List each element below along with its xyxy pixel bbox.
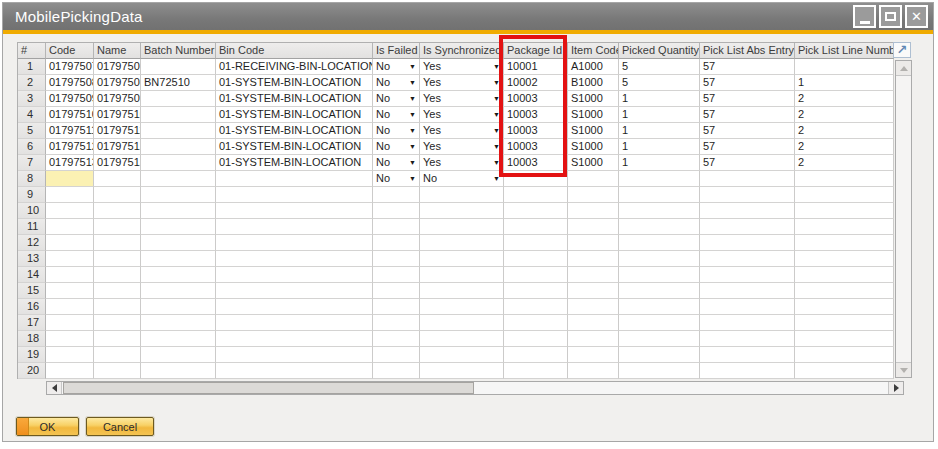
close-button[interactable]: ✕ — [905, 5, 928, 28]
cell-bin-code[interactable] — [216, 187, 373, 203]
cell-name[interactable] — [94, 283, 141, 299]
cell-pick-list-abs-entry[interactable] — [700, 251, 795, 267]
cell-pick-list-line-number[interactable] — [795, 267, 894, 283]
cell-code[interactable] — [46, 235, 94, 251]
cell-name[interactable] — [94, 171, 141, 187]
cell-is-failed[interactable] — [373, 219, 420, 235]
cell-item-code[interactable] — [568, 363, 619, 379]
cell-picked-quantity[interactable] — [619, 315, 700, 331]
dropdown-arrow-icon[interactable]: ▼ — [493, 139, 500, 154]
cell-is-failed[interactable] — [373, 283, 420, 299]
cell-package-id[interactable] — [504, 219, 568, 235]
cell-item-code[interactable] — [568, 267, 619, 283]
minimize-button[interactable] — [853, 5, 876, 28]
cell-is-synchronized[interactable] — [420, 251, 504, 267]
cell-bin-code[interactable] — [216, 219, 373, 235]
cell-package-id[interactable]: 10003 — [504, 123, 568, 139]
row-number[interactable]: 5 — [18, 123, 46, 139]
cell-bin-code[interactable]: 01-SYSTEM-BIN-LOCATION — [216, 91, 373, 107]
cell-picked-quantity[interactable]: 1 — [619, 139, 700, 155]
cell-batch-number[interactable] — [141, 299, 216, 315]
cell-package-id[interactable] — [504, 347, 568, 363]
cell-name[interactable]: 01797508 — [94, 75, 141, 91]
cell-batch-number[interactable] — [141, 315, 216, 331]
cell-pick-list-abs-entry[interactable] — [700, 171, 795, 187]
cell-item-code[interactable] — [568, 283, 619, 299]
active-cell-code[interactable] — [46, 171, 94, 187]
cell-pick-list-line-number[interactable] — [795, 203, 894, 219]
cell-item-code[interactable] — [568, 299, 619, 315]
cell-batch-number[interactable] — [141, 283, 216, 299]
row-number[interactable]: 14 — [18, 267, 46, 283]
column-header-name[interactable]: Name — [94, 43, 141, 59]
scroll-up-button[interactable] — [896, 61, 911, 76]
cell-is-failed[interactable]: No▼ — [373, 59, 420, 75]
cell-package-id[interactable]: 10003 — [504, 107, 568, 123]
cell-package-id[interactable] — [504, 203, 568, 219]
cell-is-failed[interactable]: No▼ — [373, 107, 420, 123]
row-number[interactable]: 13 — [18, 251, 46, 267]
cell-code[interactable]: 01797509 — [46, 91, 94, 107]
cell-pick-list-abs-entry[interactable] — [700, 315, 795, 331]
cell-is-synchronized[interactable] — [420, 299, 504, 315]
cell-is-failed[interactable] — [373, 299, 420, 315]
cell-bin-code[interactable] — [216, 363, 373, 379]
cell-code[interactable] — [46, 219, 94, 235]
cell-package-id[interactable] — [504, 171, 568, 187]
cell-is-synchronized[interactable] — [420, 347, 504, 363]
row-number[interactable]: 11 — [18, 219, 46, 235]
cell-is-failed[interactable]: No▼ — [373, 91, 420, 107]
column-header-col[interactable]: # — [18, 43, 46, 59]
cell-is-synchronized[interactable] — [420, 283, 504, 299]
cell-code[interactable] — [46, 187, 94, 203]
cell-batch-number[interactable] — [141, 123, 216, 139]
cell-bin-code[interactable] — [216, 331, 373, 347]
scroll-right-button[interactable] — [888, 382, 903, 394]
cell-is-failed[interactable] — [373, 363, 420, 379]
cell-picked-quantity[interactable]: 1 — [619, 123, 700, 139]
cell-package-id[interactable]: 10003 — [504, 91, 568, 107]
cell-is-synchronized[interactable]: Yes▼ — [420, 59, 504, 75]
row-number[interactable]: 6 — [18, 139, 46, 155]
cell-bin-code[interactable]: 01-SYSTEM-BIN-LOCATION — [216, 139, 373, 155]
dropdown-arrow-icon[interactable]: ▼ — [409, 171, 416, 186]
cell-pick-list-abs-entry[interactable]: 57 — [700, 123, 795, 139]
column-header-picked-quantity[interactable]: Picked Quantity — [619, 43, 700, 59]
cell-is-failed[interactable] — [373, 347, 420, 363]
titlebar[interactable]: MobilePickingData ✕ — [3, 3, 933, 30]
cell-bin-code[interactable] — [216, 315, 373, 331]
cell-code[interactable] — [46, 315, 94, 331]
cell-batch-number[interactable] — [141, 59, 216, 75]
cell-batch-number[interactable] — [141, 363, 216, 379]
cell-is-synchronized[interactable]: Yes▼ — [420, 107, 504, 123]
dropdown-arrow-icon[interactable]: ▼ — [493, 59, 500, 74]
cell-picked-quantity[interactable]: 5 — [619, 59, 700, 75]
cell-pick-list-abs-entry[interactable] — [700, 331, 795, 347]
cell-is-synchronized[interactable]: Yes▼ — [420, 123, 504, 139]
cell-name[interactable]: 01797513 — [94, 155, 141, 171]
cell-bin-code[interactable]: 01-SYSTEM-BIN-LOCATION — [216, 107, 373, 123]
cell-item-code[interactable] — [568, 235, 619, 251]
cell-item-code[interactable] — [568, 187, 619, 203]
cell-item-code[interactable]: S1000 — [568, 107, 619, 123]
cell-picked-quantity[interactable] — [619, 331, 700, 347]
cell-pick-list-abs-entry[interactable] — [700, 219, 795, 235]
cell-batch-number[interactable] — [141, 347, 216, 363]
cell-picked-quantity[interactable] — [619, 203, 700, 219]
cell-picked-quantity[interactable] — [619, 219, 700, 235]
cell-bin-code[interactable] — [216, 171, 373, 187]
cell-code[interactable]: 01797513 — [46, 155, 94, 171]
cell-pick-list-abs-entry[interactable]: 57 — [700, 91, 795, 107]
cell-batch-number[interactable] — [141, 331, 216, 347]
cell-is-failed[interactable] — [373, 187, 420, 203]
cell-code[interactable]: 01797512 — [46, 139, 94, 155]
cell-pick-list-abs-entry[interactable] — [700, 363, 795, 379]
row-number[interactable]: 10 — [18, 203, 46, 219]
row-number[interactable]: 15 — [18, 283, 46, 299]
cell-name[interactable] — [94, 219, 141, 235]
cell-picked-quantity[interactable] — [619, 363, 700, 379]
cell-bin-code[interactable] — [216, 347, 373, 363]
cancel-button[interactable]: Cancel — [86, 417, 154, 436]
cell-picked-quantity[interactable] — [619, 347, 700, 363]
cell-item-code[interactable]: S1000 — [568, 155, 619, 171]
